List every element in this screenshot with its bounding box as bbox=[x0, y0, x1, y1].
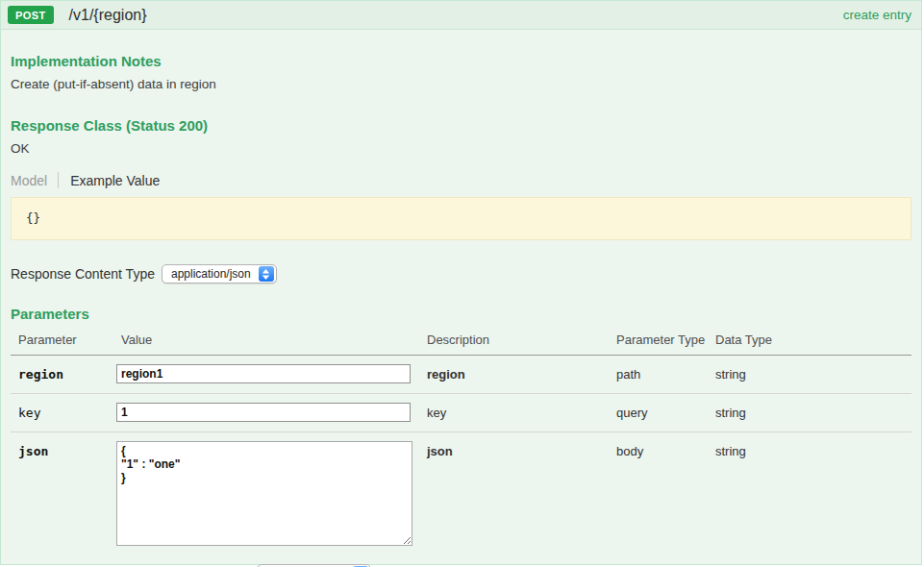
parameters-table-header: Parameter Value Description Parameter Ty… bbox=[11, 329, 912, 356]
key-value-input[interactable] bbox=[116, 403, 411, 422]
parameters-heading: Parameters bbox=[11, 306, 912, 322]
parameter-data-type: string bbox=[715, 403, 912, 420]
response-content-type-select[interactable]: application/json bbox=[162, 264, 277, 284]
response-content-type-label: Response Content Type bbox=[11, 266, 155, 282]
column-header-description: Description bbox=[427, 333, 616, 347]
tab-example-value[interactable]: Example Value bbox=[59, 173, 160, 188]
parameter-data-type: string bbox=[715, 441, 912, 458]
response-class-heading: Response Class (Status 200) bbox=[11, 117, 912, 134]
region-value-input[interactable] bbox=[116, 364, 411, 383]
parameter-name: key bbox=[11, 403, 116, 420]
column-header-parameter-type: Parameter Type bbox=[616, 333, 715, 347]
parameter-type: query bbox=[616, 403, 715, 420]
parameter-type: path bbox=[616, 364, 715, 382]
implementation-notes-text: Create (put-if-absent) data in region bbox=[11, 77, 912, 91]
parameters-table: Parameter Value Description Parameter Ty… bbox=[11, 329, 912, 567]
parameter-description: key bbox=[427, 403, 616, 420]
operation-panel: POST /v1/{region} create entry Implement… bbox=[0, 0, 922, 565]
response-class-status-text: OK bbox=[11, 141, 912, 156]
operation-content: Implementation Notes Create (put-if-abse… bbox=[1, 53, 921, 567]
implementation-notes-heading: Implementation Notes bbox=[11, 53, 912, 69]
parameter-data-type: string bbox=[715, 364, 912, 382]
example-value-box: {} bbox=[11, 197, 912, 240]
column-header-value: Value bbox=[116, 333, 427, 347]
create-entry-link[interactable]: create entry bbox=[843, 8, 912, 22]
column-header-parameter: Parameter bbox=[11, 333, 116, 347]
column-header-data-type: Data Type bbox=[715, 333, 912, 347]
response-content-type-value: application/json bbox=[171, 268, 251, 280]
parameter-row-json: json { "1" : "one" } Parameter content t… bbox=[11, 432, 912, 567]
json-body-textarea[interactable]: { "1" : "one" } bbox=[116, 441, 412, 546]
select-stepper-icon bbox=[259, 266, 274, 282]
parameter-name: region bbox=[11, 364, 116, 382]
parameter-row-key: key key query string bbox=[11, 394, 912, 432]
parameter-description: json bbox=[427, 441, 616, 458]
parameter-type: body bbox=[616, 441, 715, 458]
parameter-description: region bbox=[427, 364, 616, 382]
tab-model[interactable]: Model bbox=[11, 173, 58, 188]
response-class-tabs: Model Example Value bbox=[11, 172, 912, 188]
parameter-row-region: region region path string bbox=[11, 356, 912, 394]
parameter-name: json bbox=[11, 441, 116, 458]
operation-path-link[interactable]: /v1/{region} bbox=[69, 7, 147, 24]
operation-header: POST /v1/{region} create entry bbox=[1, 1, 921, 30]
response-content-type-row: Response Content Type application/json bbox=[11, 264, 912, 284]
post-method-badge[interactable]: POST bbox=[8, 6, 54, 24]
